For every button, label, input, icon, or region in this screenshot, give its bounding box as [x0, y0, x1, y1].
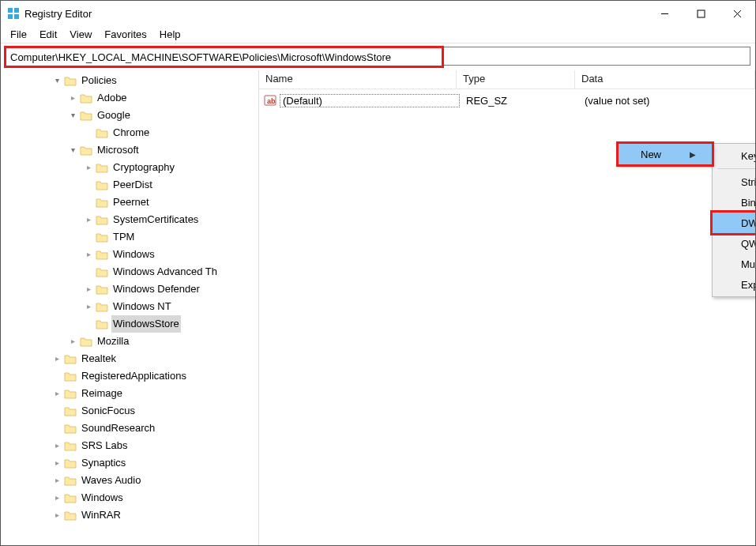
tree-node-windows-defender[interactable]: Windows Defender	[2, 281, 258, 298]
menu-file[interactable]: File	[4, 27, 33, 42]
submenu-multi-string-value[interactable]: Multi-String Value	[713, 254, 756, 274]
value-name: (Default)	[280, 94, 460, 107]
tree-node-systemcertificates[interactable]: SystemCertificates	[2, 211, 258, 228]
tree-node-realtek[interactable]: Realtek	[2, 350, 258, 367]
submenu-qword-value[interactable]: QWORD (64-bit) Value	[713, 233, 756, 254]
tree-node-waves-audio[interactable]: Waves Audio	[2, 472, 258, 489]
tree-node-windows-advanced-threat[interactable]: Windows Advanced Th	[2, 263, 258, 281]
submenu-arrow-icon: ▶	[690, 150, 696, 159]
svg-rect-3	[14, 14, 19, 19]
minimize-button[interactable]	[646, 2, 683, 25]
menubar: File Edit View Favorites Help	[1, 26, 755, 43]
svg-rect-2	[8, 14, 13, 19]
tree-node-adobe[interactable]: Adobe	[2, 89, 258, 107]
menu-favorites[interactable]: Favorites	[98, 27, 152, 42]
regedit-icon	[7, 7, 20, 20]
context-menu-new-label: New	[641, 149, 661, 160]
tree-node-peerdist[interactable]: PeerDist	[2, 176, 258, 194]
submenu-separator	[717, 168, 756, 169]
submenu-dword-value[interactable]: DWORD (32-bit) Value	[713, 213, 756, 233]
svg-rect-0	[8, 8, 13, 13]
menu-help[interactable]: Help	[153, 27, 187, 42]
context-menu: New ▶	[618, 143, 713, 165]
titlebar: Registry Editor	[1, 1, 755, 26]
tree-node-policies[interactable]: Policies	[2, 72, 258, 89]
addressbar-container	[1, 43, 755, 70]
window-title: Registry Editor	[24, 8, 646, 20]
address-input[interactable]	[6, 47, 442, 66]
submenu-expandable-string-value[interactable]: Expandable String Value	[713, 274, 756, 295]
tree-node-microsoft[interactable]: Microsoft	[2, 141, 258, 159]
tree-node-google[interactable]: Google	[2, 107, 258, 124]
tree-node-peernet[interactable]: Peernet	[2, 194, 258, 211]
col-name[interactable]: Name	[259, 70, 457, 88]
tree-node-soundresearch[interactable]: SoundResearch	[2, 420, 258, 437]
col-data[interactable]: Data	[575, 70, 755, 88]
tree-node-tpm[interactable]: TPM	[2, 228, 258, 246]
context-submenu-new: Key String Value Binary Value DWORD (32-…	[712, 143, 756, 297]
tree-node-chrome[interactable]: Chrome	[2, 124, 258, 141]
tree-node-reimage[interactable]: Reimage	[2, 385, 258, 402]
value-type: REG_SZ	[460, 95, 578, 107]
list-pane[interactable]: Name Type Data ab (Default) REG_SZ (valu…	[259, 70, 755, 545]
tree-node-windows-nt[interactable]: Windows NT	[2, 298, 258, 315]
value-data: (value not set)	[578, 95, 750, 107]
string-value-icon: ab	[264, 94, 276, 107]
context-menu-new[interactable]: New ▶	[619, 144, 712, 164]
maximize-button[interactable]	[683, 2, 719, 25]
tree-node-srs-labs[interactable]: SRS Labs	[2, 437, 258, 454]
tree-node-registeredapplications[interactable]: RegisteredApplications	[2, 367, 258, 385]
list-header: Name Type Data	[259, 70, 755, 89]
tree-node-mozilla[interactable]: Mozilla	[2, 333, 258, 350]
tree-node-windows2[interactable]: Windows	[2, 489, 258, 506]
tree-node-cryptography[interactable]: Cryptography	[2, 159, 258, 176]
submenu-binary-value[interactable]: Binary Value	[713, 192, 756, 213]
value-row-default[interactable]: ab (Default) REG_SZ (value not set)	[264, 92, 750, 108]
menu-view[interactable]: View	[63, 27, 98, 42]
menu-edit[interactable]: Edit	[33, 27, 63, 42]
tree-node-synaptics[interactable]: Synaptics	[2, 454, 258, 472]
col-type[interactable]: Type	[457, 70, 575, 88]
tree-node-sonicfocus[interactable]: SonicFocus	[2, 402, 258, 420]
tree-pane[interactable]: Policies Adobe Google Chrome Microsoft C…	[1, 70, 259, 545]
tree-node-winrar[interactable]: WinRAR	[2, 506, 258, 524]
close-button[interactable]	[719, 2, 755, 25]
submenu-key[interactable]: Key	[713, 145, 756, 166]
svg-text:ab: ab	[267, 97, 276, 105]
svg-rect-5	[698, 10, 705, 17]
tree-node-windowsstore[interactable]: WindowsStore	[2, 315, 258, 333]
svg-rect-1	[14, 8, 19, 13]
tree-node-windows[interactable]: Windows	[2, 246, 258, 263]
submenu-string-value[interactable]: String Value	[713, 171, 756, 192]
